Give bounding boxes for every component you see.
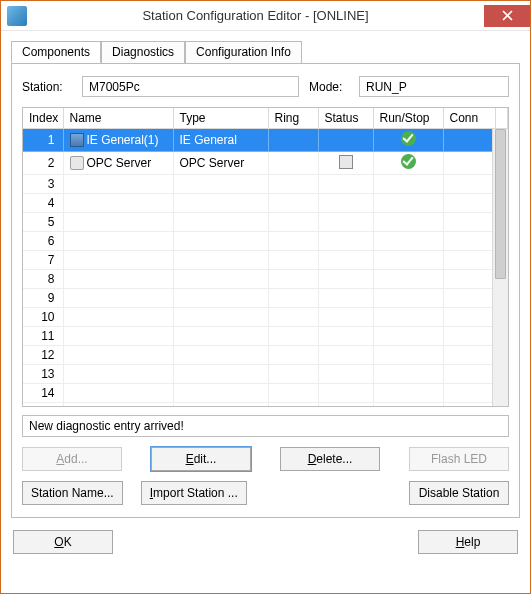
cell-conn	[443, 232, 495, 251]
help-button[interactable]: Help	[418, 530, 518, 554]
cell-type	[173, 175, 268, 194]
cell-runstop	[373, 403, 443, 408]
cell-type: OPC Server	[173, 152, 268, 175]
station-input[interactable]	[82, 76, 299, 97]
table-row[interactable]: 14	[23, 384, 508, 403]
cell-index: 6	[23, 232, 63, 251]
import-station-button[interactable]: Import Station ...	[141, 481, 247, 505]
server-icon	[70, 156, 84, 170]
close-icon	[502, 10, 513, 21]
cell-runstop	[373, 384, 443, 403]
table-row[interactable]: 7	[23, 251, 508, 270]
col-conn[interactable]: Conn	[443, 108, 495, 129]
cell-status	[318, 213, 373, 232]
cell-index: 5	[23, 213, 63, 232]
cell-index: 9	[23, 289, 63, 308]
col-index[interactable]: Index	[23, 108, 63, 129]
table-row[interactable]: 4	[23, 194, 508, 213]
table-row[interactable]: 5	[23, 213, 508, 232]
mode-input[interactable]	[359, 76, 509, 97]
cell-status	[318, 403, 373, 408]
cell-name: OPC Server	[63, 152, 173, 175]
cell-runstop	[373, 213, 443, 232]
table-row[interactable]: 15	[23, 403, 508, 408]
cell-ring	[268, 384, 318, 403]
cell-runstop	[373, 346, 443, 365]
cell-conn	[443, 403, 495, 408]
tab-diagnostics[interactable]: Diagnostics	[101, 41, 185, 63]
cell-type	[173, 384, 268, 403]
table-row[interactable]: 3	[23, 175, 508, 194]
cell-ring	[268, 270, 318, 289]
cell-runstop	[373, 270, 443, 289]
table-scrollbar[interactable]	[492, 129, 508, 406]
components-pane: Station: Mode: Index Name Type Ring Stat…	[11, 63, 520, 518]
cell-index: 8	[23, 270, 63, 289]
cell-runstop	[373, 232, 443, 251]
col-type[interactable]: Type	[173, 108, 268, 129]
col-name[interactable]: Name	[63, 108, 173, 129]
cell-runstop	[373, 251, 443, 270]
cell-index: 4	[23, 194, 63, 213]
cell-runstop	[373, 129, 443, 152]
cell-index: 3	[23, 175, 63, 194]
cell-type: IE General	[173, 129, 268, 152]
cell-status	[318, 129, 373, 152]
table-row[interactable]: 9	[23, 289, 508, 308]
add-button[interactable]: Add...	[22, 447, 122, 471]
cell-runstop	[373, 194, 443, 213]
window-title: Station Configuration Editor - [ONLINE]	[27, 8, 484, 23]
cell-name	[63, 327, 173, 346]
check-ok-icon	[401, 131, 416, 146]
cell-index: 1	[23, 129, 63, 152]
table-header: Index Name Type Ring Status Run/Stop Con…	[23, 108, 508, 129]
scrollbar-thumb[interactable]	[495, 129, 506, 279]
cell-name	[63, 251, 173, 270]
cell-ring	[268, 251, 318, 270]
table-row[interactable]: 11	[23, 327, 508, 346]
table-row[interactable]: 1IE General(1)IE General	[23, 129, 508, 152]
close-button[interactable]	[484, 5, 530, 27]
ok-button[interactable]: OK	[13, 530, 113, 554]
nic-icon	[70, 133, 84, 147]
delete-button[interactable]: Delete...	[280, 447, 380, 471]
cell-runstop	[373, 152, 443, 175]
cell-type	[173, 213, 268, 232]
cell-ring	[268, 194, 318, 213]
cell-type	[173, 365, 268, 384]
cell-ring	[268, 365, 318, 384]
cell-type	[173, 251, 268, 270]
cell-name	[63, 175, 173, 194]
components-table[interactable]: Index Name Type Ring Status Run/Stop Con…	[22, 107, 509, 407]
cell-ring	[268, 327, 318, 346]
cell-conn	[443, 175, 495, 194]
table-row[interactable]: 13	[23, 365, 508, 384]
cell-runstop	[373, 308, 443, 327]
cell-conn	[443, 308, 495, 327]
cell-index: 14	[23, 384, 63, 403]
table-row[interactable]: 8	[23, 270, 508, 289]
tab-components[interactable]: Components	[11, 41, 101, 63]
edit-button[interactable]: Edit...	[151, 447, 251, 471]
table-row[interactable]: 2OPC ServerOPC Server	[23, 152, 508, 175]
disable-station-button[interactable]: Disable Station	[409, 481, 509, 505]
cell-status	[318, 251, 373, 270]
col-ring[interactable]: Ring	[268, 108, 318, 129]
table-row[interactable]: 6	[23, 232, 508, 251]
cell-name	[63, 403, 173, 408]
flash-led-button[interactable]: Flash LED	[409, 447, 509, 471]
cell-name	[63, 365, 173, 384]
cell-type	[173, 327, 268, 346]
cell-name	[63, 346, 173, 365]
cell-runstop	[373, 289, 443, 308]
col-runstop[interactable]: Run/Stop	[373, 108, 443, 129]
col-status[interactable]: Status	[318, 108, 373, 129]
station-name-button[interactable]: Station Name...	[22, 481, 123, 505]
cell-status	[318, 308, 373, 327]
cell-index: 7	[23, 251, 63, 270]
cell-type	[173, 194, 268, 213]
table-row[interactable]: 10	[23, 308, 508, 327]
tab-configuration-info[interactable]: Configuration Info	[185, 41, 302, 63]
cell-ring	[268, 213, 318, 232]
table-row[interactable]: 12	[23, 346, 508, 365]
